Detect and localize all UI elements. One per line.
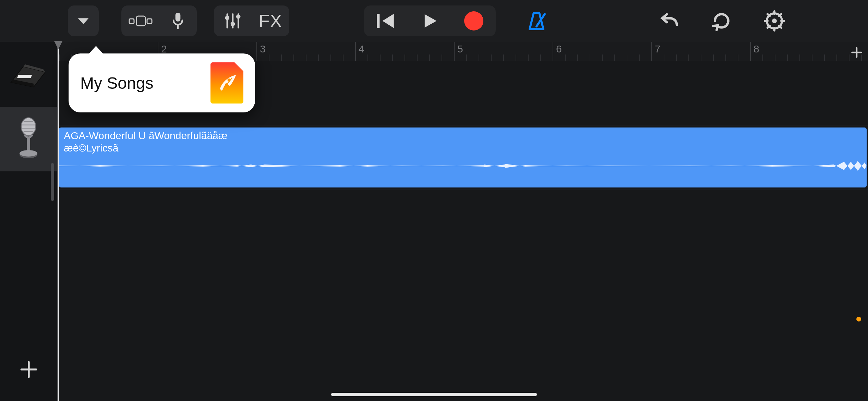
loop-icon [711, 10, 732, 32]
bar-label: 6 [556, 43, 562, 55]
svg-line-20 [779, 26, 781, 28]
my-songs-label: My Songs [80, 74, 210, 93]
waveform-icon [59, 159, 867, 173]
rewind-start-icon [375, 12, 397, 30]
undo-button[interactable] [653, 5, 684, 36]
my-songs-popover[interactable]: My Songs [69, 53, 255, 112]
input-monitor-button[interactable] [159, 5, 197, 36]
region-name-label: AGA-Wonderful U ãWonderfulãäåæ æè©Lyrics… [64, 130, 227, 154]
bar-label: 2 [161, 43, 167, 55]
svg-point-9 [231, 22, 235, 26]
add-track-button[interactable] [14, 355, 43, 384]
track-input-group [121, 5, 197, 36]
loop-browser-button[interactable] [706, 5, 737, 36]
record-icon [464, 11, 483, 31]
play-button[interactable] [408, 5, 452, 36]
chevron-down-icon [75, 13, 91, 29]
svg-point-10 [236, 14, 241, 19]
fx-button[interactable]: FX [252, 5, 289, 36]
svg-rect-27 [27, 137, 30, 152]
svg-rect-2 [147, 19, 152, 24]
lane-audio[interactable]: AGA-Wonderful U ãWonderfulãäåæ æè©Lyrics… [58, 125, 868, 190]
track-header-piano[interactable] [0, 42, 57, 107]
home-indicator [331, 393, 537, 396]
bar-label: 4 [359, 43, 364, 55]
sliders-icon [224, 12, 242, 30]
add-section-button[interactable] [849, 45, 865, 60]
track-view-button[interactable] [121, 5, 159, 36]
top-toolbar: FX [0, 0, 868, 42]
svg-rect-0 [129, 19, 134, 24]
svg-point-26 [21, 118, 36, 135]
piano-icon [10, 56, 47, 94]
track-header-column [0, 42, 58, 401]
svg-point-29 [20, 150, 37, 157]
record-button[interactable] [452, 5, 496, 36]
playhead[interactable] [58, 42, 59, 401]
studio-microphone-icon [10, 120, 47, 158]
undo-icon [658, 11, 679, 31]
plus-icon [851, 46, 863, 59]
play-icon [421, 12, 439, 30]
fx-label: FX [259, 11, 282, 31]
metronome-icon [526, 10, 547, 32]
go-to-start-button[interactable] [364, 5, 408, 36]
bar-label: 8 [754, 43, 759, 55]
svg-line-22 [779, 14, 781, 16]
bar-label: 5 [457, 43, 463, 55]
transport-group [364, 5, 496, 36]
svg-rect-3 [176, 13, 181, 22]
tracks-view-icon [128, 13, 153, 29]
garageband-file-icon [210, 62, 243, 104]
bar-label: 7 [655, 43, 661, 55]
audio-region[interactable]: AGA-Wonderful U ãWonderfulãäåæ æè©Lyrics… [59, 127, 867, 187]
microphone-icon [170, 11, 185, 31]
svg-line-21 [768, 26, 770, 28]
svg-point-14 [772, 19, 777, 23]
svg-line-19 [768, 14, 770, 16]
svg-rect-25 [17, 75, 32, 78]
mixer-fx-group: FX [214, 5, 289, 36]
svg-rect-11 [377, 14, 379, 28]
track-header-audio[interactable] [0, 107, 57, 171]
plus-icon [20, 361, 38, 378]
metronome-button[interactable] [521, 5, 552, 36]
recording-privacy-indicator [856, 317, 861, 321]
settings-button[interactable] [759, 5, 790, 36]
bar-label: 3 [260, 43, 266, 55]
view-menu-button[interactable] [68, 5, 99, 36]
gear-icon [763, 10, 785, 32]
vertical-scroll-indicator[interactable] [51, 163, 54, 201]
track-controls-button[interactable] [214, 5, 252, 36]
svg-rect-1 [136, 16, 145, 26]
svg-point-8 [225, 16, 230, 20]
